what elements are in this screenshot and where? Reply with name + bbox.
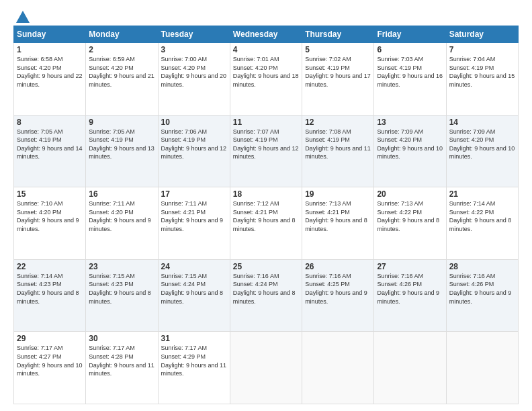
cell-info: Sunrise: 7:16 AMSunset: 4:24 PMDaylight:… (233, 273, 296, 305)
calendar-day-24: 24 Sunrise: 7:15 AMSunset: 4:24 PMDaylig… (158, 259, 230, 332)
calendar-day-2: 2 Sunrise: 6:59 AMSunset: 4:20 PMDayligh… (86, 43, 158, 116)
logo-triangle-icon (16, 11, 30, 23)
day-number: 26 (305, 262, 371, 271)
calendar-day-25: 25 Sunrise: 7:16 AMSunset: 4:24 PMDaylig… (230, 259, 302, 332)
empty-cell (302, 332, 374, 404)
cell-info: Sunrise: 7:06 AMSunset: 4:19 PMDaylight:… (161, 128, 227, 161)
day-number: 2 (89, 45, 154, 54)
logo-area (13, 11, 30, 20)
calendar-week-4: 22 Sunrise: 7:14 AMSunset: 4:23 PMDaylig… (14, 259, 519, 332)
calendar-day-31: 31 Sunrise: 7:17 AMSunset: 4:29 PMDaylig… (158, 332, 230, 404)
day-number: 9 (89, 118, 154, 127)
empty-cell (230, 332, 302, 404)
day-number: 22 (17, 262, 83, 271)
cell-info: Sunrise: 7:02 AMSunset: 4:19 PMDaylight:… (305, 56, 371, 88)
cell-info: Sunrise: 7:00 AMSunset: 4:20 PMDaylight:… (161, 56, 227, 88)
day-number: 18 (233, 189, 299, 199)
calendar-day-1: 1 Sunrise: 6:58 AMSunset: 4:20 PMDayligh… (14, 43, 86, 116)
cell-info: Sunrise: 7:09 AMSunset: 4:20 PMDaylight:… (377, 128, 443, 161)
calendar-table: SundayMondayTuesdayWednesdayThursdayFrid… (13, 26, 519, 404)
day-number: 29 (17, 334, 83, 343)
calendar-day-22: 22 Sunrise: 7:14 AMSunset: 4:23 PMDaylig… (14, 259, 86, 332)
calendar-day-27: 27 Sunrise: 7:16 AMSunset: 4:26 PMDaylig… (374, 259, 446, 332)
cell-info: Sunrise: 7:07 AMSunset: 4:19 PMDaylight:… (233, 128, 299, 161)
cell-info: Sunrise: 7:11 AMSunset: 4:20 PMDaylight:… (89, 200, 151, 232)
weekday-header-saturday: Saturday (446, 26, 518, 43)
calendar-day-5: 5 Sunrise: 7:02 AMSunset: 4:19 PMDayligh… (302, 43, 374, 116)
cell-info: Sunrise: 6:58 AMSunset: 4:20 PMDaylight:… (17, 56, 83, 88)
day-number: 3 (161, 45, 227, 54)
cell-info: Sunrise: 7:13 AMSunset: 4:21 PMDaylight:… (305, 200, 367, 232)
day-number: 11 (233, 118, 299, 127)
day-number: 8 (17, 118, 83, 127)
cell-info: Sunrise: 7:16 AMSunset: 4:26 PMDaylight:… (377, 273, 439, 305)
calendar-day-21: 21 Sunrise: 7:14 AMSunset: 4:22 PMDaylig… (446, 187, 518, 260)
weekday-header-friday: Friday (374, 26, 446, 43)
calendar-week-5: 29 Sunrise: 7:17 AMSunset: 4:27 PMDaylig… (14, 332, 519, 404)
day-number: 1 (17, 45, 83, 54)
calendar-day-17: 17 Sunrise: 7:11 AMSunset: 4:21 PMDaylig… (158, 187, 230, 260)
cell-info: Sunrise: 7:04 AMSunset: 4:19 PMDaylight:… (449, 56, 515, 88)
day-number: 15 (17, 189, 83, 199)
day-number: 27 (377, 262, 443, 271)
day-number: 21 (449, 189, 515, 199)
empty-cell (374, 332, 446, 404)
cell-info: Sunrise: 7:16 AMSunset: 4:25 PMDaylight:… (305, 273, 367, 305)
cell-info: Sunrise: 7:14 AMSunset: 4:22 PMDaylight:… (449, 200, 512, 232)
day-number: 20 (377, 189, 443, 199)
day-number: 10 (161, 118, 227, 127)
day-number: 19 (305, 189, 371, 199)
calendar-day-26: 26 Sunrise: 7:16 AMSunset: 4:25 PMDaylig… (302, 259, 374, 332)
calendar-day-4: 4 Sunrise: 7:01 AMSunset: 4:20 PMDayligh… (230, 43, 302, 116)
header (13, 11, 519, 20)
weekday-header-thursday: Thursday (302, 26, 374, 43)
calendar-day-23: 23 Sunrise: 7:15 AMSunset: 4:23 PMDaylig… (86, 259, 158, 332)
calendar-day-7: 7 Sunrise: 7:04 AMSunset: 4:19 PMDayligh… (446, 43, 518, 116)
day-number: 24 (161, 262, 227, 271)
day-number: 30 (89, 334, 154, 343)
calendar-week-1: 1 Sunrise: 6:58 AMSunset: 4:20 PMDayligh… (14, 43, 519, 116)
cell-info: Sunrise: 7:17 AMSunset: 4:28 PMDaylight:… (89, 345, 154, 377)
cell-info: Sunrise: 7:12 AMSunset: 4:21 PMDaylight:… (233, 200, 296, 232)
calendar-day-11: 11 Sunrise: 7:07 AMSunset: 4:19 PMDaylig… (230, 115, 302, 187)
day-number: 16 (89, 189, 154, 199)
weekday-header-wednesday: Wednesday (230, 26, 302, 43)
day-number: 7 (449, 45, 515, 54)
day-number: 14 (449, 118, 515, 127)
empty-cell (446, 332, 518, 404)
cell-info: Sunrise: 7:11 AMSunset: 4:21 PMDaylight:… (161, 200, 224, 232)
cell-info: Sunrise: 7:08 AMSunset: 4:19 PMDaylight:… (305, 128, 371, 161)
day-number: 17 (161, 189, 227, 199)
calendar-week-3: 15 Sunrise: 7:10 AMSunset: 4:20 PMDaylig… (14, 187, 519, 260)
cell-info: Sunrise: 7:03 AMSunset: 4:19 PMDaylight:… (377, 56, 443, 88)
calendar-day-12: 12 Sunrise: 7:08 AMSunset: 4:19 PMDaylig… (302, 115, 374, 187)
calendar-body: 1 Sunrise: 6:58 AMSunset: 4:20 PMDayligh… (14, 43, 519, 404)
calendar-day-30: 30 Sunrise: 7:17 AMSunset: 4:28 PMDaylig… (86, 332, 158, 404)
cell-info: Sunrise: 7:13 AMSunset: 4:22 PMDaylight:… (377, 200, 439, 232)
cell-info: Sunrise: 7:15 AMSunset: 4:23 PMDaylight:… (89, 273, 151, 305)
cell-info: Sunrise: 7:16 AMSunset: 4:26 PMDaylight:… (449, 273, 512, 305)
cell-info: Sunrise: 6:59 AMSunset: 4:20 PMDaylight:… (89, 56, 154, 88)
calendar-day-3: 3 Sunrise: 7:00 AMSunset: 4:20 PMDayligh… (158, 43, 230, 116)
weekday-header-tuesday: Tuesday (158, 26, 230, 43)
calendar-day-9: 9 Sunrise: 7:05 AMSunset: 4:19 PMDayligh… (86, 115, 158, 187)
day-number: 13 (377, 118, 443, 127)
calendar-day-20: 20 Sunrise: 7:13 AMSunset: 4:22 PMDaylig… (374, 187, 446, 260)
cell-info: Sunrise: 7:09 AMSunset: 4:20 PMDaylight:… (449, 128, 515, 161)
day-number: 4 (233, 45, 299, 54)
day-number: 5 (305, 45, 371, 54)
cell-info: Sunrise: 7:15 AMSunset: 4:24 PMDaylight:… (161, 273, 224, 305)
calendar-day-19: 19 Sunrise: 7:13 AMSunset: 4:21 PMDaylig… (302, 187, 374, 260)
calendar-day-18: 18 Sunrise: 7:12 AMSunset: 4:21 PMDaylig… (230, 187, 302, 260)
calendar-day-10: 10 Sunrise: 7:06 AMSunset: 4:19 PMDaylig… (158, 115, 230, 187)
calendar-day-16: 16 Sunrise: 7:11 AMSunset: 4:20 PMDaylig… (86, 187, 158, 260)
calendar-day-8: 8 Sunrise: 7:05 AMSunset: 4:19 PMDayligh… (14, 115, 86, 187)
cell-info: Sunrise: 7:17 AMSunset: 4:27 PMDaylight:… (17, 345, 83, 377)
calendar-day-14: 14 Sunrise: 7:09 AMSunset: 4:20 PMDaylig… (446, 115, 518, 187)
calendar-day-15: 15 Sunrise: 7:10 AMSunset: 4:20 PMDaylig… (14, 187, 86, 260)
weekday-header-row: SundayMondayTuesdayWednesdayThursdayFrid… (14, 26, 519, 43)
weekday-header-sunday: Sunday (14, 26, 86, 43)
weekday-header-monday: Monday (86, 26, 158, 43)
cell-info: Sunrise: 7:17 AMSunset: 4:29 PMDaylight:… (161, 345, 227, 377)
calendar-day-6: 6 Sunrise: 7:03 AMSunset: 4:19 PMDayligh… (374, 43, 446, 116)
